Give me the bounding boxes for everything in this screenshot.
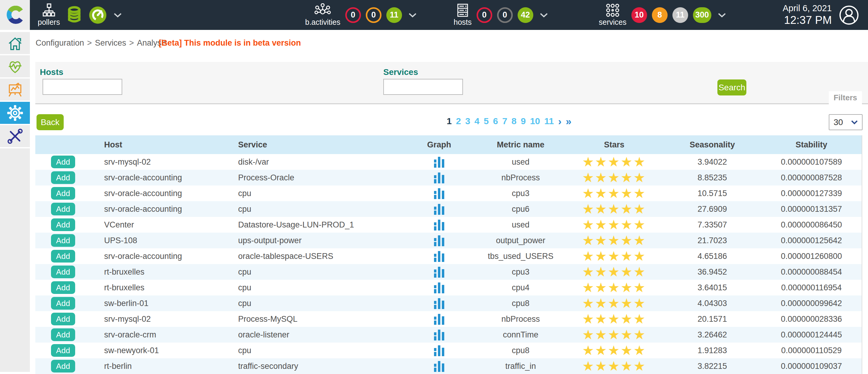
- filters-panel-label[interactable]: Filters: [829, 91, 862, 104]
- status-badge[interactable]: 0: [345, 7, 361, 23]
- sidebar-item-monitoring[interactable]: [0, 55, 30, 77]
- status-badge[interactable]: 0: [497, 7, 513, 23]
- sidebar-item-home[interactable]: [0, 32, 30, 54]
- add-button[interactable]: Add: [51, 219, 75, 231]
- status-badge[interactable]: 10: [631, 7, 647, 23]
- page-link-11[interactable]: 11: [545, 116, 554, 126]
- page-link-5[interactable]: 5: [484, 116, 489, 126]
- page-link-3[interactable]: 3: [465, 116, 470, 126]
- services-label: services: [599, 18, 626, 27]
- host-cell: UPS-108: [84, 236, 211, 245]
- metric-cell: used: [477, 157, 564, 167]
- bar-chart-icon[interactable]: [434, 219, 444, 230]
- add-button[interactable]: Add: [51, 171, 75, 184]
- back-button[interactable]: Back: [36, 114, 64, 130]
- add-button[interactable]: Add: [51, 187, 75, 200]
- bar-chart-icon[interactable]: [434, 282, 444, 293]
- page-link-2[interactable]: 2: [456, 116, 461, 126]
- bar-chart-icon[interactable]: [434, 298, 444, 309]
- search-button[interactable]: Search: [717, 80, 746, 95]
- add-button[interactable]: Add: [51, 360, 75, 373]
- add-button[interactable]: Add: [51, 265, 75, 278]
- page-link-7[interactable]: 7: [502, 116, 507, 126]
- bar-chart-icon[interactable]: [434, 329, 444, 341]
- table-row: Add rt-berlin traffic-secondary traffic_…: [35, 358, 862, 374]
- breadcrumb-services[interactable]: Services: [95, 38, 126, 48]
- page-link-6[interactable]: 6: [493, 116, 498, 126]
- service-cell: Process-Oracle: [211, 173, 401, 182]
- status-badge[interactable]: 0: [476, 7, 492, 23]
- chevron-right-icon[interactable]: ›: [558, 117, 561, 126]
- bar-chart-icon[interactable]: [434, 188, 444, 199]
- chevron-down-icon[interactable]: [114, 13, 122, 18]
- page-link-10[interactable]: 10: [530, 116, 540, 126]
- page-link-1[interactable]: 1: [447, 116, 452, 126]
- table-row: Add UPS-108 ups-output-power output_powe…: [35, 233, 862, 248]
- double-chevron-right-icon[interactable]: »: [566, 117, 571, 126]
- stability-cell: 0.000000109037: [761, 362, 862, 371]
- page-link-9[interactable]: 9: [521, 116, 526, 126]
- stability-cell: 0.000000086450: [761, 220, 862, 230]
- page-size-select[interactable]: 30: [829, 114, 863, 130]
- status-badge[interactable]: 8: [652, 7, 668, 23]
- chevron-down-icon[interactable]: [540, 13, 548, 18]
- database-icon[interactable]: [65, 6, 84, 25]
- bar-chart-icon[interactable]: [434, 156, 444, 168]
- chevron-down-icon: [851, 120, 858, 124]
- host-cell: sw-newyork-01: [84, 346, 211, 355]
- add-button[interactable]: Add: [51, 281, 75, 294]
- bar-chart-icon[interactable]: [434, 172, 444, 183]
- ba-activities-group[interactable]: b.activities 0011: [305, 0, 416, 30]
- pollers-group[interactable]: pollers: [38, 0, 122, 30]
- breadcrumb[interactable]: Configuration>Services>Analysis: [36, 38, 167, 48]
- sidebar-item-configuration[interactable]: [0, 102, 30, 124]
- add-button[interactable]: Add: [51, 328, 75, 341]
- current-date: April 6, 2021: [783, 3, 832, 13]
- star-rating: ★★★★★: [582, 327, 646, 342]
- add-button[interactable]: Add: [51, 155, 75, 168]
- star-rating: ★★★★★: [582, 343, 646, 358]
- add-button[interactable]: Add: [51, 297, 75, 310]
- bar-chart-icon[interactable]: [434, 361, 444, 372]
- sidebar-item-administration[interactable]: [0, 125, 30, 147]
- user-avatar-icon[interactable]: [839, 5, 859, 25]
- breadcrumb-configuration[interactable]: Configuration: [36, 38, 84, 48]
- bar-chart-icon[interactable]: [434, 314, 444, 325]
- services-group[interactable]: services 10811300: [599, 0, 726, 30]
- seasonality-cell: 4.65186: [664, 252, 761, 261]
- add-button[interactable]: Add: [51, 203, 75, 215]
- table-row: Add srv-mysql-02 disk-/var used ★★★★★ 3.…: [35, 154, 862, 170]
- chevron-down-icon[interactable]: [409, 13, 416, 18]
- bar-chart-icon[interactable]: [434, 345, 444, 356]
- status-badge[interactable]: 0: [366, 7, 381, 23]
- status-badge[interactable]: 42: [518, 7, 533, 23]
- hosts-badges: 0042: [476, 7, 533, 23]
- services-filter-input[interactable]: [383, 79, 463, 95]
- chevron-down-icon[interactable]: [718, 13, 726, 18]
- bar-chart-icon[interactable]: [434, 204, 444, 215]
- centreon-logo[interactable]: [0, 0, 30, 30]
- page-link-8[interactable]: 8: [512, 116, 517, 126]
- star-rating: ★★★★★: [582, 312, 646, 326]
- sidebar-item-reporting[interactable]: [0, 79, 30, 100]
- hosts-filter-input[interactable]: [42, 79, 122, 95]
- bar-chart-icon[interactable]: [434, 235, 444, 246]
- add-button[interactable]: Add: [51, 344, 75, 357]
- stability-cell: 0.000000087528: [761, 173, 862, 182]
- table-row: Add rt-bruxelles cpu cpu3 ★★★★★ 36.9452 …: [35, 264, 862, 280]
- stability-cell: 0.000000124445: [761, 330, 862, 340]
- gauge-icon[interactable]: [88, 6, 107, 25]
- bar-chart-icon[interactable]: [434, 266, 444, 278]
- status-badge[interactable]: 11: [386, 7, 402, 23]
- bar-chart-icon[interactable]: [434, 251, 444, 262]
- add-button[interactable]: Add: [51, 313, 75, 325]
- hosts-label: hosts: [454, 18, 472, 27]
- hosts-group[interactable]: hosts 0042: [454, 0, 548, 30]
- status-badge[interactable]: 11: [673, 7, 688, 23]
- table-header-row: Host Service Graph Metric name Stars Sea…: [35, 135, 862, 154]
- host-cell: sw-berlin-01: [84, 299, 211, 308]
- add-button[interactable]: Add: [51, 250, 75, 262]
- add-button[interactable]: Add: [51, 234, 75, 247]
- status-badge[interactable]: 300: [693, 7, 711, 23]
- page-link-4[interactable]: 4: [474, 116, 479, 126]
